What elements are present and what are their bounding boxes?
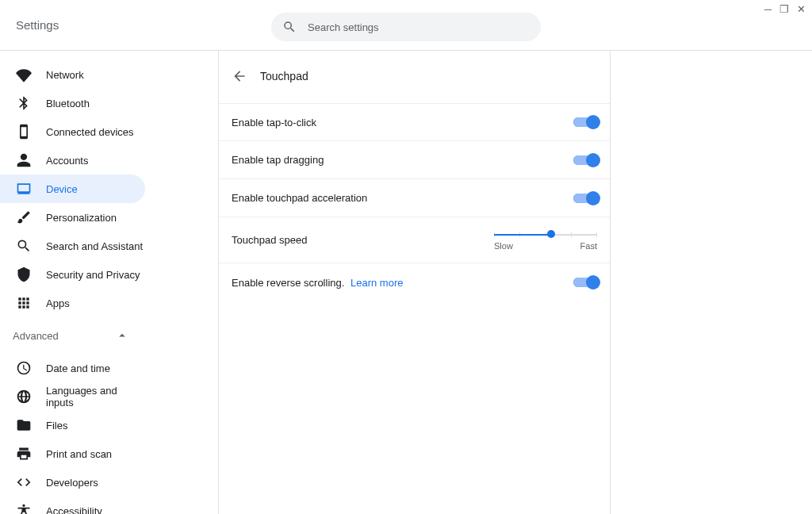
back-arrow-icon[interactable] [232, 68, 247, 84]
advanced-label: Advanced [13, 330, 59, 342]
bluetooth-icon [16, 95, 32, 111]
search-input[interactable] [306, 21, 530, 34]
sidebar-item-accounts[interactable]: Accounts [0, 146, 145, 175]
search-field[interactable] [271, 13, 541, 41]
sidebar-item-label: Personalization [46, 212, 117, 224]
sidebar-item-label: Apps [46, 297, 70, 309]
sidebar-item-network[interactable]: Network [0, 60, 145, 89]
app-header: Settings [0, 0, 812, 51]
sidebar-item-label: Accounts [46, 155, 88, 167]
learn-more-link[interactable]: Learn more [350, 277, 403, 289]
person-icon [16, 152, 32, 168]
slider-touchpad-speed[interactable]: Slow Fast [494, 227, 597, 254]
sidebar-item-label: Security and Privacy [46, 269, 140, 281]
chevron-up-icon [115, 328, 129, 343]
sidebar-item-files[interactable]: Files [0, 411, 145, 439]
folder-icon [16, 417, 32, 433]
slider-knob[interactable] [547, 230, 555, 238]
toggle-tap-to-click[interactable] [573, 117, 597, 127]
sidebar-item-label: Network [46, 69, 84, 81]
label-tap-to-click: Enable tap-to-click [232, 117, 316, 128]
sidebar-item-connected-devices[interactable]: Connected devices [0, 117, 145, 146]
laptop-icon [16, 181, 32, 197]
sidebar-item-label: Files [46, 420, 67, 432]
search-icon [16, 238, 32, 254]
toggle-acceleration[interactable] [573, 194, 597, 203]
sidebar-item-label: Bluetooth [46, 98, 90, 109]
toggle-tap-dragging[interactable] [573, 155, 597, 165]
code-icon [16, 474, 32, 490]
accessibility-icon [16, 503, 32, 514]
sidebar-item-label: Print and scan [46, 448, 112, 460]
row-acceleration: Enable touchpad acceleration [219, 179, 610, 217]
label-tap-dragging: Enable tap dragging [232, 154, 324, 166]
row-tap-dragging: Enable tap dragging [219, 141, 610, 179]
clock-icon [16, 360, 32, 376]
label-touchpad-speed: Touchpad speed [232, 234, 307, 246]
label-reverse-scrolling: Enable reverse scrolling. Learn more [232, 277, 403, 289]
sidebar-item-languages[interactable]: Languages and inputs [0, 382, 145, 411]
sidebar-item-search-assistant[interactable]: Search and Assistant [0, 232, 145, 260]
sidebar: Network Bluetooth Connected devices Acco… [0, 51, 219, 514]
row-touchpad-speed: Touchpad speed Slow Fast [219, 217, 610, 263]
page-title: Touchpad [260, 70, 308, 82]
brush-icon [16, 209, 32, 225]
app-title: Settings [16, 18, 59, 32]
apps-icon [16, 295, 32, 311]
sidebar-item-personalization[interactable]: Personalization [0, 203, 145, 232]
sidebar-item-date-time[interactable]: Date and time [0, 354, 145, 382]
globe-icon [16, 389, 32, 405]
phone-icon [16, 124, 32, 140]
toggle-reverse-scrolling[interactable] [573, 278, 597, 287]
sidebar-item-label: Connected devices [46, 126, 134, 138]
sidebar-item-label: Device [46, 183, 78, 195]
sidebar-item-label: Languages and inputs [46, 385, 145, 409]
page-header: Touchpad [219, 60, 610, 92]
sidebar-item-device[interactable]: Device [0, 175, 145, 203]
sidebar-item-label: Date and time [46, 362, 110, 374]
label-acceleration: Enable touchpad acceleration [232, 192, 367, 204]
row-tap-to-click: Enable tap-to-click [219, 103, 610, 141]
shield-icon [16, 267, 32, 282]
slider-min-label: Slow [494, 241, 513, 251]
sidebar-item-developers[interactable]: Developers [0, 468, 145, 497]
sidebar-item-label: Search and Assistant [46, 240, 143, 252]
sidebar-item-bluetooth[interactable]: Bluetooth [0, 89, 145, 117]
sidebar-item-security-privacy[interactable]: Security and Privacy [0, 260, 145, 289]
main-content: Touchpad Enable tap-to-click Enable tap … [219, 51, 812, 514]
search-icon [282, 20, 297, 34]
sidebar-item-label: Developers [46, 477, 98, 489]
advanced-toggle[interactable]: Advanced [0, 320, 145, 351]
slider-max-label: Fast [580, 241, 597, 251]
settings-panel: Touchpad Enable tap-to-click Enable tap … [219, 51, 611, 514]
row-reverse-scrolling: Enable reverse scrolling. Learn more [219, 263, 610, 301]
printer-icon [16, 446, 32, 462]
sidebar-item-label: Accessibility [46, 505, 102, 515]
sidebar-item-accessibility[interactable]: Accessibility [0, 497, 145, 514]
sidebar-item-print-scan[interactable]: Print and scan [0, 439, 145, 468]
sidebar-item-apps[interactable]: Apps [0, 289, 145, 317]
wifi-icon [16, 67, 32, 82]
